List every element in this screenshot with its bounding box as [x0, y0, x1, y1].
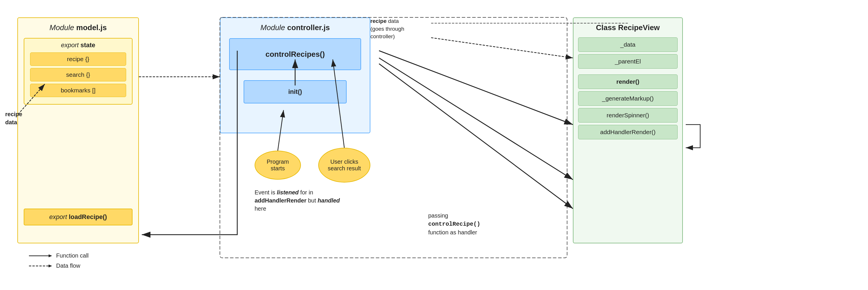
state-item-search: search {} — [30, 68, 126, 81]
state-box: export state recipe {} search {} bookmar… — [24, 38, 132, 105]
rv-item-generatemarkup: _generateMarkup() — [578, 91, 678, 106]
oval-program-starts: Programstarts — [255, 151, 301, 180]
legend-data-flow: Data flow — [29, 262, 89, 269]
rv-item-data: _data — [578, 37, 678, 52]
rv-item-render: render() — [578, 75, 678, 89]
label-event-listened: Event is listened for in addHandlerRende… — [255, 188, 340, 213]
init-box: init() — [244, 80, 347, 104]
legend-data-flow-arrow — [29, 263, 52, 269]
legend-function-call: Function call — [29, 252, 89, 259]
label-passing-control: passing controlRecipe() function as hand… — [428, 211, 480, 236]
rv-item-group: render() _generateMarkup() renderSpinner… — [574, 75, 682, 139]
module-recipeview: Class RecipeView _data _parentEl render(… — [573, 18, 683, 243]
state-title: export state — [27, 41, 129, 49]
module-model: Module model.js export state recipe {} s… — [18, 18, 139, 243]
module-controller: Module controller.js controlRecipes() in… — [220, 18, 370, 133]
legend-function-call-arrow — [29, 253, 52, 259]
label-recipe-data-left: recipedata — [5, 110, 22, 126]
rv-item-parentel: _parentEl — [578, 54, 678, 69]
module-model-title: Module model.js — [18, 18, 138, 35]
module-recipeview-title: Class RecipeView — [574, 18, 682, 35]
module-controller-title: Module controller.js — [220, 18, 370, 35]
label-recipe-data-top: recipe data(goes throughcontroller) — [370, 18, 404, 40]
control-recipes-box: controlRecipes() — [229, 38, 361, 70]
legend: Function call Data flow — [29, 252, 89, 272]
svg-marker-3 — [49, 264, 52, 267]
oval-user-clicks: User clickssearch result — [318, 148, 370, 182]
state-item-bookmarks: bookmarks [] — [30, 84, 126, 97]
rv-item-renderspinner: renderSpinner() — [578, 108, 678, 122]
rv-item-addhandlerrender: addHandlerRender() — [578, 125, 678, 139]
load-recipe-box: export loadRecipe() — [24, 209, 132, 225]
svg-marker-1 — [49, 254, 52, 257]
diagram-container: Module model.js export state recipe {} s… — [0, 0, 868, 290]
state-item-recipe: recipe {} — [30, 53, 126, 66]
